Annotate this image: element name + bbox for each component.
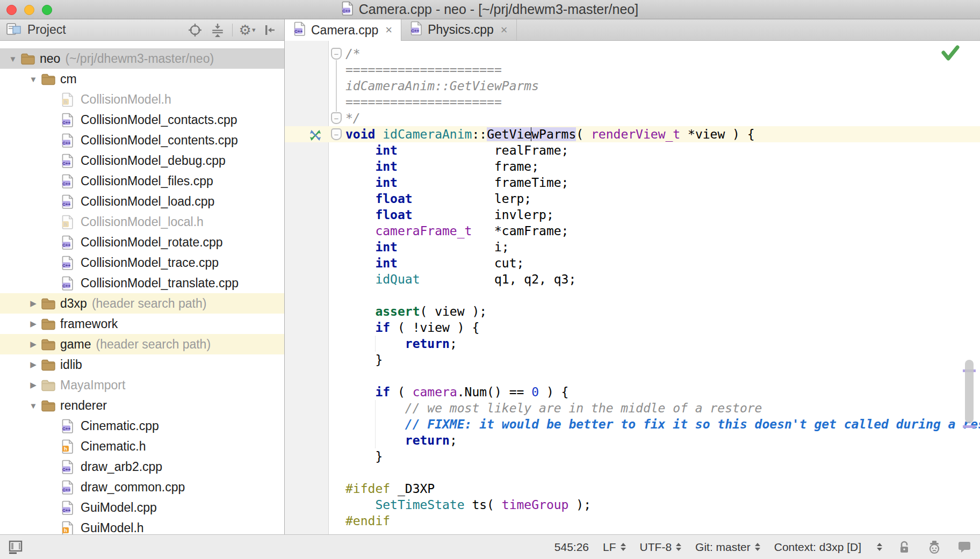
minimize-window-button[interactable]	[24, 5, 34, 15]
tree-item[interactable]: C++GuiModel.cpp	[0, 497, 284, 518]
tree-item[interactable]: C++CollisionModel_translate.cpp	[0, 273, 284, 293]
tree-item[interactable]: hGuiModel.h	[0, 518, 284, 534]
code-editor[interactable]: /*=====================idCameraAnim::Get…	[285, 41, 980, 534]
cpp-file-icon: C++	[61, 460, 77, 474]
chevron-right-icon[interactable]: ▶	[26, 380, 41, 390]
code-line[interactable]: int frameTime;	[285, 175, 980, 191]
code-line[interactable]	[285, 464, 980, 481]
tree-item[interactable]: ▶idlib	[0, 354, 284, 375]
close-tab-icon[interactable]: ×	[501, 23, 508, 37]
chevron-right-icon[interactable]: ▶	[26, 299, 41, 308]
code-line[interactable]	[285, 368, 980, 384]
tab-camera-cpp[interactable]: C++ Camera.cpp ×	[285, 19, 401, 41]
unlock-icon[interactable]	[896, 539, 912, 556]
code-line[interactable]: /*	[285, 46, 980, 62]
settings-gear-icon[interactable]: ⚙▾	[238, 21, 256, 39]
code-line[interactable]: int realFrame;	[285, 142, 980, 158]
code-line[interactable]: return;	[285, 336, 980, 352]
chevron-right-icon[interactable]: ▶	[26, 319, 41, 329]
override-marker-icon[interactable]	[309, 129, 321, 145]
folder-icon	[41, 73, 57, 85]
tree-item[interactable]: C++CollisionModel_contacts.cpp	[0, 110, 284, 130]
code-line[interactable]: // we most likely are in the middle of a…	[285, 400, 980, 416]
hector-icon[interactable]	[926, 539, 942, 556]
code-line[interactable]	[285, 287, 980, 303]
code-line[interactable]: int cut;	[285, 255, 980, 271]
git-branch-widget[interactable]: Git: master	[695, 541, 760, 554]
tree-item[interactable]: C++CollisionModel_trace.cpp	[0, 252, 284, 273]
toggle-toolwindows-icon[interactable]	[8, 539, 24, 556]
code-line[interactable]: }	[285, 352, 980, 368]
tree-item[interactable]: ▶framework	[0, 314, 284, 334]
code-line[interactable]: void idCameraAnim::GetViewParms( renderV…	[285, 126, 980, 142]
code-line[interactable]: float lerp;	[285, 191, 980, 207]
tree-item[interactable]: ▼neo(~/prj/dhewm3-master/neo)	[0, 48, 284, 69]
close-window-button[interactable]	[6, 5, 17, 15]
code-line[interactable]: cameraFrame_t *camFrame;	[285, 223, 980, 239]
code-line[interactable]: idQuat q1, q2, q3;	[285, 271, 980, 287]
tree-item[interactable]: hCinematic.h	[0, 436, 284, 456]
chevron-down-icon[interactable]: ▼	[26, 401, 41, 410]
tree-item[interactable]: C++CollisionModel_contents.cpp	[0, 130, 284, 150]
tab-physics-cpp[interactable]: C++ Physics.cpp ×	[401, 19, 517, 40]
tree-item[interactable]: hCollisionModel_local.h	[0, 212, 284, 232]
tree-item[interactable]: C++CollisionModel_files.cpp	[0, 171, 284, 191]
caret-position[interactable]: 545:26	[554, 541, 589, 554]
code-line[interactable]: #endif	[285, 513, 980, 529]
fold-marker[interactable]: −	[331, 128, 342, 140]
fold-marker[interactable]: −	[331, 112, 342, 124]
code-line[interactable]: =====================	[285, 94, 980, 110]
folder-icon	[41, 297, 57, 310]
stripe-mark[interactable]	[963, 425, 976, 428]
cpp-file-icon: C++	[61, 500, 77, 515]
tree-item[interactable]: C++CollisionModel_rotate.cpp	[0, 232, 284, 252]
tree-item[interactable]: hCollisionModel.h	[0, 89, 284, 110]
notifications-icon[interactable]	[956, 539, 972, 556]
tree-item-label: CollisionModel_rotate.cpp	[81, 235, 223, 250]
fold-marker[interactable]: −	[331, 48, 342, 60]
resolve-context-widget[interactable]: Context: d3xp [D]	[774, 541, 861, 554]
code-area[interactable]: /*=====================idCameraAnim::Get…	[285, 46, 980, 529]
code-line[interactable]: // FIXME: it would be better to fix it s…	[285, 416, 980, 432]
code-line[interactable]: int i;	[285, 239, 980, 255]
chevron-right-icon[interactable]: ▶	[26, 360, 41, 369]
tree-item[interactable]: ▶d3xp(header search path)	[0, 293, 284, 314]
encoding-selector[interactable]: UTF-8	[640, 541, 682, 554]
code-line[interactable]: idCameraAnim::GetViewParms	[285, 78, 980, 94]
zoom-window-button[interactable]	[42, 5, 52, 15]
tree-item[interactable]: C++CollisionModel_debug.cpp	[0, 150, 284, 171]
tree-item[interactable]: C++draw_common.cpp	[0, 477, 284, 497]
code-line[interactable]: int frame;	[285, 158, 980, 175]
tree-item[interactable]: C++CollisionModel_load.cpp	[0, 191, 284, 212]
code-line[interactable]: float invlerp;	[285, 207, 980, 223]
tree-item[interactable]: ▶game(header search path)	[0, 334, 284, 354]
tree-item[interactable]: C++draw_arb2.cpp	[0, 456, 284, 477]
updown-icon[interactable]	[877, 543, 882, 551]
tree-item[interactable]: ▶MayaImport	[0, 375, 284, 395]
hide-panel-icon[interactable]	[261, 21, 279, 39]
code-line[interactable]: return;	[285, 432, 980, 448]
inspection-ok-icon[interactable]	[941, 45, 960, 66]
code-line[interactable]: if ( camera.Num() == 0 ) {	[285, 384, 980, 400]
editor-scrollbar[interactable]	[965, 360, 974, 423]
code-line[interactable]: }	[285, 448, 980, 464]
close-tab-icon[interactable]: ×	[385, 23, 392, 37]
chevron-down-icon[interactable]: ▼	[26, 75, 41, 84]
code-line[interactable]: */	[285, 110, 980, 126]
collapse-all-icon[interactable]	[208, 21, 227, 39]
line-ending-selector[interactable]: LF	[603, 541, 626, 554]
tree-item[interactable]: ▼renderer	[0, 395, 284, 416]
code-line[interactable]: =====================	[285, 62, 980, 78]
code-line[interactable]: if ( !view ) {	[285, 320, 980, 336]
code-line[interactable]: SetTimeState ts( timeGroup );	[285, 497, 980, 513]
tree-item-label: CollisionModel_local.h	[81, 215, 204, 229]
code-line[interactable]: #ifdef _D3XP	[285, 481, 980, 497]
tree-item-label: cm	[60, 72, 77, 86]
locate-icon[interactable]	[186, 21, 204, 39]
tree-item-label: Cinematic.h	[81, 439, 146, 454]
code-line[interactable]: assert( view );	[285, 303, 980, 320]
chevron-right-icon[interactable]: ▶	[26, 339, 41, 349]
tree-item[interactable]: C++Cinematic.cpp	[0, 416, 284, 436]
chevron-down-icon[interactable]: ▼	[5, 54, 20, 63]
tree-item[interactable]: ▼cm	[0, 69, 284, 89]
